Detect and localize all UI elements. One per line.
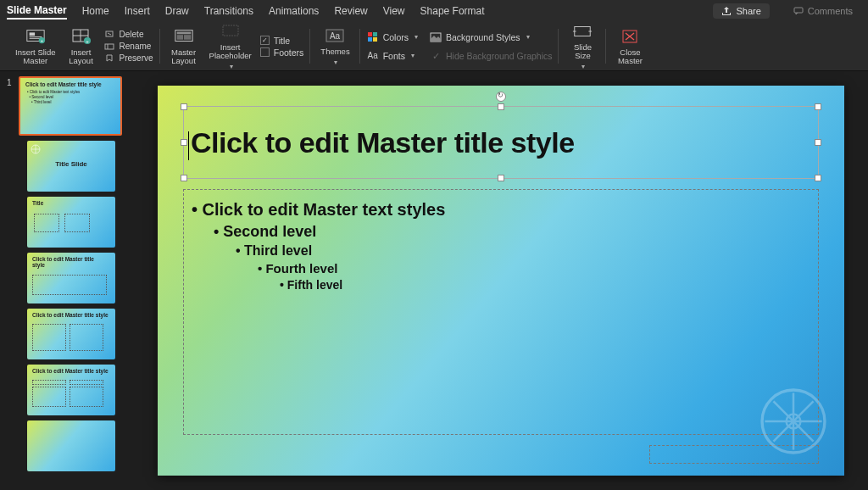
share-icon: [721, 6, 732, 16]
fonts-label: Fonts: [383, 51, 405, 61]
bg-styles-label: Background Styles: [446, 32, 520, 42]
chevron-down-icon: ▾: [526, 33, 530, 41]
thumb-title: Click to edit Master title style: [25, 81, 102, 87]
close-master-button[interactable]: Close Master: [613, 25, 647, 68]
themes-button[interactable]: Aa Themes ▾: [317, 25, 353, 68]
workspace: 1 Click to edit Master title style • Cli…: [0, 71, 868, 490]
footers-checkbox[interactable]: Footers: [260, 47, 304, 58]
master-layout-button[interactable]: Master Layout: [167, 25, 201, 68]
slide-size-label: Slide Size: [574, 43, 592, 61]
colors-icon: [367, 31, 379, 43]
hide-bg-checkbox: ✓ Hide Background Graphics: [430, 50, 552, 62]
tab-draw[interactable]: Draw: [165, 3, 189, 19]
preserve-button[interactable]: Preserve: [103, 53, 153, 64]
tab-animations[interactable]: Animations: [269, 3, 319, 19]
delete-icon: [103, 30, 115, 40]
insert-slide-master-button[interactable]: + Insert Slide Master: [12, 25, 59, 68]
insert-layout-label: Insert Layout: [69, 48, 93, 66]
bullet-level-5: Fifth level: [280, 278, 445, 292]
svg-rect-3: [29, 36, 42, 37]
resize-handle[interactable]: [815, 175, 821, 181]
svg-line-13: [108, 33, 111, 35]
resize-handle[interactable]: [181, 175, 187, 181]
svg-rect-23: [368, 32, 372, 36]
resize-handle[interactable]: [498, 175, 504, 181]
svg-rect-26: [373, 37, 377, 42]
slide-canvas[interactable]: Click to edit Master title style Click t…: [134, 71, 868, 490]
resize-handle[interactable]: [498, 103, 504, 110]
thumb-label: Click to edit Master title style: [32, 368, 108, 374]
thumb-label: Title Slide: [55, 160, 87, 168]
tab-insert[interactable]: Insert: [125, 3, 150, 19]
resize-handle[interactable]: [181, 103, 187, 110]
thumb-layout-content[interactable]: Click to edit Master title style: [27, 253, 115, 303]
master-bullets[interactable]: Click to edit Master text styles Second …: [192, 200, 445, 292]
chevron-down-icon: ▾: [415, 33, 418, 41]
tab-slide-master[interactable]: Slide Master: [7, 3, 67, 19]
insert-layout-button[interactable]: + Insert Layout: [64, 25, 98, 68]
themes-label: Themes: [320, 47, 349, 56]
colors-button[interactable]: Colors▾: [367, 31, 418, 43]
resize-handle[interactable]: [181, 139, 187, 146]
bullet-level-1: Click to edit Master text styles: [192, 200, 445, 220]
rename-label: Rename: [120, 42, 152, 51]
thumb-label: Click to edit Master title style: [32, 256, 108, 268]
svg-text:+: +: [41, 38, 43, 43]
svg-text:Aa: Aa: [330, 31, 341, 41]
slide-master-icon: +: [25, 27, 46, 46]
background-styles-button[interactable]: Background Styles▾: [430, 31, 552, 43]
thumbnail-panel[interactable]: 1 Click to edit Master title style • Cli…: [0, 71, 134, 490]
close-icon: [620, 27, 640, 46]
thumb-layout-blank[interactable]: [27, 420, 115, 471]
colors-label: Colors: [383, 32, 409, 42]
insert-slide-master-label: Insert Slide Master: [15, 48, 56, 66]
tab-shape-format[interactable]: Shape Format: [420, 3, 485, 19]
svg-rect-20: [223, 25, 238, 36]
rotate-handle-icon[interactable]: [496, 92, 506, 102]
thumb-layout-title[interactable]: Title: [27, 197, 115, 248]
tab-review[interactable]: Review: [334, 3, 367, 19]
preserve-icon: [103, 53, 115, 64]
ribbon: + Insert Slide Master + Insert Layout De…: [0, 22, 868, 71]
slide-size-icon: [572, 22, 593, 41]
title-checkbox[interactable]: ✓Title: [260, 36, 304, 46]
share-label: Share: [736, 6, 760, 16]
fonts-icon: Aa: [367, 50, 379, 62]
menu-bar: Slide Master Home Insert Draw Transition…: [0, 0, 868, 22]
insert-layout-icon: +: [71, 27, 92, 46]
svg-rect-0: [794, 8, 803, 13]
thumb-master[interactable]: Click to edit Master title style • Click…: [19, 76, 122, 136]
resize-handle[interactable]: [815, 103, 821, 110]
svg-rect-24: [373, 32, 377, 36]
resize-handle[interactable]: [815, 139, 821, 146]
thumb-layout-two-content[interactable]: Click to edit Master title style: [27, 309, 115, 359]
bullet-level-4: Fourth level: [258, 261, 445, 276]
close-master-label: Close Master: [618, 48, 643, 66]
slide-size-button[interactable]: Slide Size ▾: [565, 20, 599, 73]
fonts-button[interactable]: Aa Fonts▾: [367, 50, 418, 62]
footers-cb-label: Footers: [274, 47, 304, 58]
svg-rect-25: [368, 37, 372, 42]
bullet-level-3: Third level: [236, 243, 445, 259]
thumb-label: Title: [32, 200, 108, 206]
title-cb-label: Title: [274, 36, 290, 46]
share-button[interactable]: Share: [713, 3, 769, 19]
slide-master-preview[interactable]: Click to edit Master title style Click t…: [158, 86, 844, 476]
rename-button[interactable]: Rename: [103, 42, 153, 52]
delete-button[interactable]: Delete: [103, 30, 153, 40]
placeholder-icon: [220, 22, 241, 41]
chevron-down-icon: ▾: [230, 63, 233, 70]
tab-transitions[interactable]: Transitions: [204, 3, 253, 19]
tab-view[interactable]: View: [383, 3, 405, 19]
svg-rect-18: [176, 35, 182, 40]
svg-rect-28: [575, 26, 590, 36]
watermark-icon: [758, 386, 829, 457]
insert-placeholder-label: Insert Placeholder: [209, 43, 252, 61]
comments-button[interactable]: Comments: [785, 3, 861, 19]
thumb-layout-title-slide[interactable]: Title Slide: [27, 141, 115, 192]
tab-home[interactable]: Home: [82, 3, 109, 19]
thumb-layout-comparison[interactable]: Click to edit Master title style: [27, 365, 115, 415]
text-cursor: [188, 131, 189, 160]
master-title-text[interactable]: Click to edit Master title style: [188, 126, 575, 160]
check-icon: ✓: [430, 50, 442, 62]
